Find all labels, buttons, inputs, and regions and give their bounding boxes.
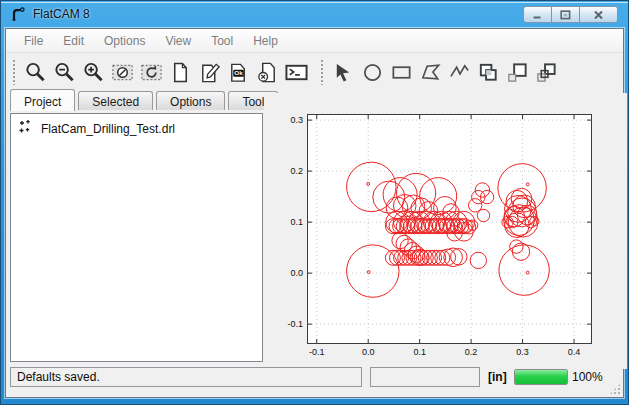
x-tick-label: 0.0 — [362, 347, 375, 357]
drill-hole-circle — [526, 271, 529, 274]
toolbar: Ok — [6, 53, 623, 91]
project-tree[interactable]: FlatCam_Drilling_Test.drl — [10, 113, 263, 362]
plot-figure[interactable]: -0.10.00.10.20.30.4-0.10.00.10.20.3 — [264, 93, 627, 369]
draw-path-icon[interactable] — [445, 57, 474, 87]
svg-text:Ok: Ok — [234, 69, 243, 76]
menu-tool[interactable]: Tool — [201, 30, 243, 52]
drill-hole-circle — [367, 271, 370, 274]
tab-options[interactable]: Options — [156, 91, 225, 110]
menu-view[interactable]: View — [155, 30, 201, 52]
open-edit-icon[interactable] — [195, 57, 224, 87]
x-tick-label: 0.3 — [516, 347, 529, 357]
shell-icon[interactable] — [282, 57, 311, 87]
zoom-in-icon[interactable] — [79, 57, 108, 87]
y-tick-label: 0.2 — [290, 166, 303, 176]
replot-icon[interactable] — [137, 57, 166, 87]
menu-file[interactable]: File — [14, 30, 53, 52]
move-objects-icon[interactable] — [532, 57, 561, 87]
drill-hole-circle — [526, 183, 529, 186]
drill-object-icon — [18, 119, 34, 138]
progress-percent: 100% — [572, 370, 603, 384]
drill-hole-circle — [347, 162, 396, 211]
flatcam-window: FlatCAM 8 FileEditOptionsViewToolHelp Ok… — [0, 0, 629, 405]
tree-item-label: FlatCam_Drilling_Test.drl — [41, 122, 175, 136]
drill-hole-circle — [470, 252, 486, 268]
toolbar-handle[interactable] — [320, 59, 324, 85]
draw-rectangle-icon[interactable] — [387, 57, 416, 87]
toolbar-handle[interactable] — [12, 59, 16, 85]
menu-edit[interactable]: Edit — [53, 30, 94, 52]
tab-project[interactable]: Project — [10, 89, 75, 111]
maximize-icon[interactable] — [551, 6, 580, 23]
file-plot-toolbar: Ok — [6, 55, 314, 89]
notebook-tabs: ProjectSelectedOptionsTool — [10, 91, 278, 113]
copy-objects-icon[interactable] — [503, 57, 532, 87]
x-tick-label: 0.4 — [568, 347, 581, 357]
zoom-out-icon[interactable] — [50, 57, 79, 87]
status-bar: Defaults saved. [in] 100% — [6, 363, 623, 397]
new-project-icon[interactable] — [166, 57, 195, 87]
status-secondary-box — [370, 367, 480, 387]
resize-grip-icon[interactable] — [609, 383, 621, 395]
y-tick-label: 0.0 — [290, 268, 303, 278]
y-tick-label: -0.1 — [287, 319, 303, 329]
window-controls — [524, 6, 618, 23]
save-ok-icon[interactable]: Ok — [224, 57, 253, 87]
select-arrow-icon[interactable] — [329, 57, 358, 87]
titlebar[interactable]: FlatCAM 8 — [1, 1, 628, 28]
drill-hole-circle — [499, 245, 549, 295]
plot-axes[interactable]: -0.10.00.10.20.30.4-0.10.00.10.20.3 — [307, 114, 592, 344]
window-title: FlatCAM 8 — [33, 7, 90, 21]
y-tick-label: 0.3 — [290, 115, 303, 125]
tree-item[interactable]: FlatCam_Drilling_Test.drl — [11, 114, 262, 138]
clear-plot-icon[interactable] — [108, 57, 137, 87]
menu-options[interactable]: Options — [94, 30, 155, 52]
union-icon[interactable] — [474, 57, 503, 87]
menu-bar: FileEditOptionsViewToolHelp — [6, 29, 623, 53]
drill-hole-circle — [451, 249, 467, 265]
x-tick-label: 0.1 — [413, 347, 426, 357]
status-message: Defaults saved. — [10, 367, 362, 387]
units-label: [in] — [488, 370, 507, 384]
main-content: FileEditOptionsViewToolHelp Ok ProjectSe… — [5, 28, 624, 398]
flatcam-logo-icon — [10, 6, 27, 23]
delete-object-icon[interactable] — [253, 57, 282, 87]
progress-bar — [514, 369, 568, 385]
menu-help[interactable]: Help — [243, 30, 288, 52]
zoom-fit-icon[interactable] — [21, 57, 50, 87]
draw-polygon-icon[interactable] — [416, 57, 445, 87]
y-tick-label: 0.1 — [290, 217, 303, 227]
draw-circle-icon[interactable] — [358, 57, 387, 87]
tab-selected[interactable]: Selected — [78, 91, 153, 110]
drill-hole-circle — [420, 178, 457, 215]
x-tick-label: -0.1 — [309, 347, 325, 357]
minimize-icon[interactable] — [523, 6, 552, 23]
x-tick-label: 0.2 — [465, 347, 478, 357]
close-icon[interactable] — [579, 6, 618, 23]
geometry-toolbar — [314, 55, 564, 89]
plot-canvas[interactable] — [308, 115, 591, 343]
drill-hole-circle — [477, 209, 489, 221]
